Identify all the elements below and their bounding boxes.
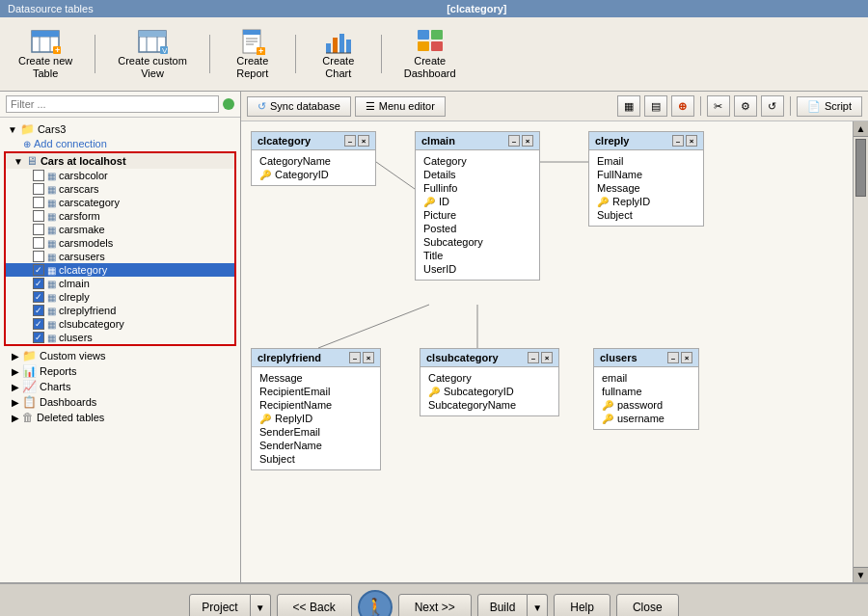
- tree-item-carsbcolor[interactable]: ▦ carsbcolor: [6, 169, 234, 182]
- close-clsubcategory[interactable]: ×: [541, 352, 553, 363]
- tree-item-clsubcategory[interactable]: ✓ ▦ clsubcategory: [6, 317, 234, 331]
- minimize-clreplyfriend[interactable]: –: [349, 352, 361, 363]
- build-button[interactable]: Build: [477, 594, 529, 616]
- vertical-scrollbar[interactable]: ▲ ▼: [853, 121, 868, 582]
- icon-button-cut[interactable]: ✂: [707, 95, 730, 117]
- tree-item-custom-views[interactable]: ▶ 📁 Custom views: [0, 348, 240, 363]
- tree-item-reports[interactable]: ▶ 📊 Reports: [0, 363, 240, 379]
- tree-item-carsusers[interactable]: ▦ carsusers: [6, 250, 234, 263]
- close-clmain[interactable]: ×: [522, 135, 533, 147]
- create-new-table-button[interactable]: + Create newTable: [10, 23, 81, 85]
- field-crf-subject: Subject: [252, 452, 380, 466]
- filter-bar: [0, 92, 240, 118]
- diagram-area[interactable]: clcategory – × CategoryName 🔑CategoryID: [241, 121, 853, 582]
- build-dropdown-arrow[interactable]: ▼: [528, 594, 548, 616]
- icon-button-grid[interactable]: ▦: [617, 95, 640, 117]
- table-clcategory[interactable]: clcategory – × CategoryName 🔑CategoryID: [251, 131, 376, 186]
- sync-database-button[interactable]: ↺ Sync database: [247, 96, 351, 117]
- field-csc-subcategoryid: 🔑SubcategoryID: [420, 385, 558, 398]
- create-dashboard-button[interactable]: CreateDashboard: [395, 23, 465, 85]
- checkbox-carscategory[interactable]: [33, 197, 44, 208]
- tree-item-cars-at-localhost[interactable]: ▼ 🖥 Cars at localhost: [6, 153, 234, 169]
- icon-button-add[interactable]: ⊕: [671, 95, 694, 117]
- checkbox-carsbcolor[interactable]: [33, 170, 44, 181]
- tree-item-clreplyfriend[interactable]: ✓ ▦ clreplyfriend: [6, 304, 234, 317]
- checkbox-carsmodels[interactable]: [33, 237, 44, 249]
- table-clusers[interactable]: clusers – × email fullname 🔑password 🔑us…: [593, 348, 699, 430]
- svg-rect-19: [243, 30, 260, 35]
- close-clreplyfriend[interactable]: ×: [363, 352, 374, 363]
- svg-rect-27: [339, 34, 344, 53]
- table-clreply[interactable]: clreply – × Email FullName Message 🔑Repl…: [588, 131, 704, 227]
- icon-button-refresh[interactable]: ↺: [761, 95, 784, 117]
- run-button[interactable]: 🚶: [358, 590, 393, 616]
- scroll-thumb[interactable]: [855, 139, 866, 197]
- checkbox-carsmake[interactable]: [33, 224, 44, 235]
- scroll-track[interactable]: [854, 137, 868, 567]
- field-clmain-subcategory: Subcategory: [416, 235, 539, 249]
- close-clcategory[interactable]: ×: [358, 135, 369, 147]
- table-icon-clreply: ▦: [47, 292, 56, 303]
- tree-item-clreply[interactable]: ✓ ▦ clreply: [6, 290, 234, 304]
- project-button-group[interactable]: Project ▼: [189, 594, 270, 616]
- minimize-clmain[interactable]: –: [508, 135, 520, 147]
- checkbox-clusers[interactable]: ✓: [33, 332, 44, 343]
- checkbox-carsform[interactable]: [33, 210, 44, 222]
- build-button-group[interactable]: Build ▼: [477, 594, 549, 616]
- table-clsubcategory[interactable]: clsubcategory – × Category 🔑SubcategoryI…: [420, 348, 559, 416]
- script-button[interactable]: 📄 Script: [797, 96, 862, 117]
- icon-button-settings[interactable]: ⚙: [734, 95, 757, 117]
- table-icon-clusers: ▦: [47, 333, 56, 343]
- menu-editor-button[interactable]: ☰ Menu editor: [355, 96, 446, 117]
- checkbox-clcategory[interactable]: ✓: [33, 264, 44, 276]
- add-connection-icon: ⊕: [23, 139, 31, 149]
- create-report-button[interactable]: + CreateReport: [224, 23, 282, 85]
- next-button[interactable]: Next >>: [398, 594, 472, 616]
- field-clreply-message: Message: [589, 181, 703, 195]
- checkbox-carsusers[interactable]: [33, 251, 44, 262]
- tree-item-clusers[interactable]: ✓ ▦ clusers: [6, 331, 234, 344]
- expand-icon-cv: ▶: [12, 351, 19, 362]
- minimize-clsubcategory[interactable]: –: [528, 352, 539, 363]
- scroll-up-button[interactable]: ▲: [854, 121, 868, 137]
- checkbox-clreplyfriend[interactable]: ✓: [33, 305, 44, 316]
- create-custom-view-button[interactable]: V Create customView: [109, 23, 196, 85]
- minimize-clcategory[interactable]: –: [344, 135, 356, 147]
- checkbox-clreply[interactable]: ✓: [33, 291, 44, 303]
- minimize-clusers[interactable]: –: [667, 352, 679, 363]
- scroll-down-button[interactable]: ▼: [854, 567, 868, 582]
- key-icon: 🔑: [428, 387, 440, 397]
- checkbox-clsubcategory[interactable]: ✓: [33, 318, 44, 330]
- close-clreply[interactable]: ×: [686, 135, 697, 147]
- table-clreplyfriend[interactable]: clreplyfriend – × Message RecipientEmail…: [251, 348, 381, 470]
- tree-item-carscategory[interactable]: ▦ carscategory: [6, 196, 234, 209]
- back-button[interactable]: << Back: [277, 594, 352, 616]
- tree-item-charts[interactable]: ▶ 📈 Charts: [0, 379, 240, 394]
- tree-item-add-connection[interactable]: ⊕ Add connection: [0, 137, 240, 150]
- tree-item-carsmodels[interactable]: ▦ carsmodels: [6, 236, 234, 250]
- tree-item-dashboards[interactable]: ▶ 📋 Dashboards: [0, 394, 240, 410]
- tree-item-carsform[interactable]: ▦ carsform: [6, 209, 234, 223]
- tree-item-clmain[interactable]: ✓ ▦ clmain: [6, 277, 234, 290]
- tree-item-clcategory[interactable]: ✓ ▦ clcategory: [6, 263, 234, 277]
- tree-item-deleted-tables[interactable]: ▶ 🗑 Deleted tables: [0, 410, 240, 425]
- tree-item-carsmake[interactable]: ▦ carsmake: [6, 223, 234, 236]
- field-clreply-fullname: FullName: [589, 168, 703, 181]
- checkbox-clmain[interactable]: ✓: [33, 278, 44, 289]
- checkbox-carscars[interactable]: [33, 183, 44, 195]
- minimize-clreply[interactable]: –: [672, 135, 684, 147]
- close-button[interactable]: Close: [616, 594, 679, 616]
- icon-button-list[interactable]: ▤: [644, 95, 667, 117]
- project-dropdown-arrow[interactable]: ▼: [251, 594, 271, 616]
- project-button[interactable]: Project: [189, 594, 250, 616]
- create-custom-view-label: Create customView: [118, 55, 187, 80]
- create-chart-button[interactable]: CreateChart: [310, 23, 367, 85]
- svg-rect-25: [326, 43, 331, 53]
- tree-item-carscars[interactable]: ▦ carscars: [6, 182, 234, 196]
- filter-input[interactable]: [6, 95, 219, 113]
- tree-root-cars3[interactable]: ▼ 📁 Cars3: [0, 121, 240, 137]
- help-button[interactable]: Help: [554, 594, 610, 616]
- table-header-clreplyfriend: clreplyfriend – ×: [252, 349, 380, 367]
- close-clusers[interactable]: ×: [681, 352, 692, 363]
- table-clmain[interactable]: clmain – × Category Details Fullinfo 🔑ID…: [415, 131, 540, 281]
